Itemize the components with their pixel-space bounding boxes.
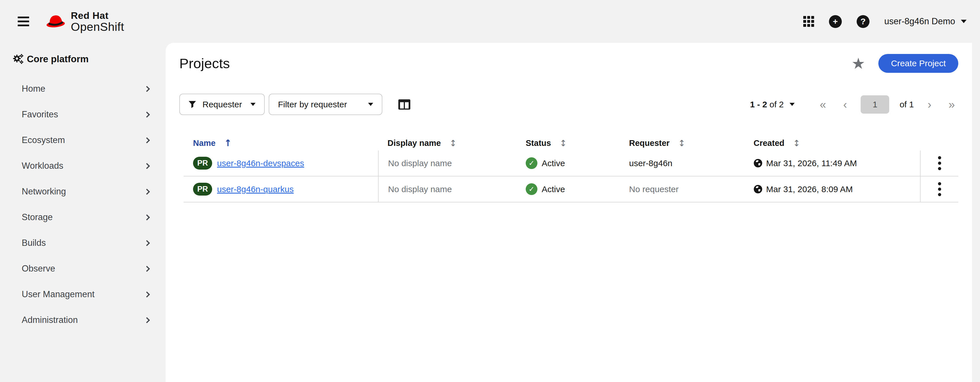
chevron-down-icon [368,103,373,106]
sort-icon[interactable]: ↕ [560,138,567,148]
sidebar-item-label: Storage [22,212,53,223]
chevron-right-icon [144,86,150,92]
sidebar: Core platform Home Favorites Ecosystem W… [0,43,165,382]
perspective-switcher[interactable]: Core platform [13,54,165,65]
globe-icon [754,159,762,167]
columns-icon [398,99,410,110]
sidebar-item-label: Home [22,84,45,94]
pagination-range: 1 - 2 [750,100,767,109]
sort-icon[interactable]: ↕ [793,138,800,148]
user-menu-label: user-8g46n Demo [885,16,955,27]
globe-icon [754,185,762,194]
display-name-cell: No display name [378,177,516,202]
column-header-requester[interactable]: Requester ↕ [620,138,744,148]
pagination-controls: « ‹ 1 of 1 › » [816,96,958,114]
column-label: Created [754,138,784,148]
table-header-row: Name ↑ Display name ↕ Status ↕ Requester… [184,135,958,150]
chevron-right-icon [144,317,150,323]
column-header-display-name[interactable]: Display name ↕ [378,138,516,148]
requester-cell: No requester [620,177,744,202]
status-label: Active [542,158,565,168]
status-label: Active [542,185,565,194]
favorite-star-icon[interactable]: ★ [851,56,865,71]
sidebar-item-label: Observe [22,264,55,274]
help-icon[interactable]: ? [857,15,870,28]
row-actions-kebab-icon[interactable] [920,177,958,202]
row-actions-kebab-icon[interactable] [920,150,958,176]
nav-toggle-icon[interactable] [18,17,29,26]
previous-page-button[interactable]: ‹ [840,99,850,110]
sidebar-item-label: Ecosystem [22,135,65,145]
chevron-right-icon [144,266,150,272]
chevron-right-icon [144,240,150,246]
application-launcher-icon[interactable] [803,16,814,27]
manage-columns-button[interactable] [398,99,410,110]
sidebar-item-label: Builds [22,238,46,248]
column-header-status[interactable]: Status ↕ [516,138,620,148]
brand-line2: OpenShift [71,21,124,33]
sidebar-item-ecosystem[interactable]: Ecosystem [0,127,165,153]
sidebar-item-favorites[interactable]: Favorites [0,102,165,127]
sidebar-item-label: Administration [22,315,78,325]
create-project-button[interactable]: Create Project [878,54,958,73]
sidebar-item-administration[interactable]: Administration [0,307,165,333]
project-link[interactable]: user-8g46n-devspaces [217,158,304,168]
sidebar-item-label: Networking [22,186,66,197]
quick-create-icon[interactable]: + [829,15,842,28]
created-timestamp: Mar 31, 2026, 8:09 AM [766,185,853,194]
total-pages-label: of 1 [899,100,914,109]
sidebar-nav: Home Favorites Ecosystem Workloads Netwo… [0,76,165,333]
brand-logo[interactable]: Red Hat OpenShift [43,10,124,33]
filter-placeholder: Filter by requester [278,100,347,109]
project-link[interactable]: user-8g46n-quarkus [217,185,294,194]
user-menu[interactable]: user-8g46n Demo [885,16,967,27]
sidebar-item-builds[interactable]: Builds [0,230,165,256]
chevron-down-icon [789,103,795,106]
chevron-down-icon [961,20,967,23]
main-content: Projects ★ Create Project Requester Filt… [165,43,972,382]
gears-icon [13,54,24,65]
column-header-created[interactable]: Created ↕ [744,138,920,148]
created-cell: Mar 31, 2026, 8:09 AM [744,177,920,202]
sidebar-item-networking[interactable]: Networking [0,179,165,204]
sidebar-item-storage[interactable]: Storage [0,204,165,230]
pagination-range-suffix: of 2 [770,100,784,109]
display-name-cell: No display name [378,150,516,176]
page-header: Projects ★ Create Project [179,43,958,74]
chevron-right-icon [144,214,150,220]
sort-icon[interactable]: ↕ [449,138,457,148]
filter-attribute-label: Requester [202,100,242,109]
sidebar-item-user-management[interactable]: User Management [0,282,165,307]
table-row: PR user-8g46n-devspaces No display name … [184,150,958,177]
chevron-right-icon [144,188,150,194]
sort-icon[interactable]: ↕ [678,138,685,148]
sidebar-item-observe[interactable]: Observe [0,256,165,282]
status-success-icon: ✓ [526,183,538,195]
filter-by-requester-select[interactable]: Filter by requester [269,94,382,115]
current-page-input[interactable]: 1 [861,96,889,114]
table-row: PR user-8g46n-quarkus No display name ✓ … [184,177,958,202]
first-page-button[interactable]: « [816,99,829,110]
status-cell: ✓ Active [516,177,620,202]
chevron-right-icon [144,111,150,117]
chevron-right-icon [144,137,150,143]
brand-text: Red Hat OpenShift [71,10,124,33]
sidebar-item-workloads[interactable]: Workloads [0,153,165,179]
sidebar-item-label: User Management [22,289,94,299]
chevron-down-icon [250,103,256,106]
last-page-button[interactable]: » [945,99,958,110]
next-page-button[interactable]: › [924,99,935,110]
column-label: Requester [629,138,670,148]
page-header-actions: ★ Create Project [851,54,958,73]
sort-ascending-icon[interactable]: ↑ [224,138,232,148]
redhat-fedora-icon [43,13,67,30]
perspective-label: Core platform [27,54,89,65]
column-label: Display name [388,138,441,148]
filter-attribute-dropdown[interactable]: Requester [179,94,265,115]
column-header-name[interactable]: Name ↑ [184,138,378,148]
status-success-icon: ✓ [526,157,538,169]
sidebar-item-home[interactable]: Home [0,76,165,102]
created-timestamp: Mar 31, 2026, 11:49 AM [766,158,857,168]
projects-table: Name ↑ Display name ↕ Status ↕ Requester… [184,135,958,202]
pagination-range-dropdown[interactable]: 1 - 2 of 2 [750,100,794,109]
